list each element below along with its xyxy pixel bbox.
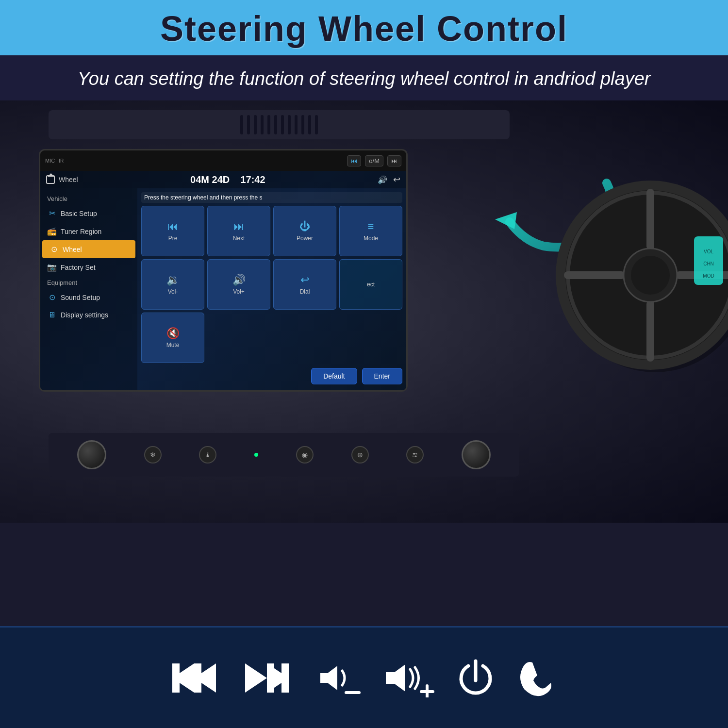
- screen-panel: Press the steering wheel and then press …: [137, 188, 406, 390]
- bottom-skip-back-icon: [167, 659, 221, 697]
- vent-slot: [288, 115, 291, 134]
- subtitle-text: You can setting the function of steering…: [29, 66, 699, 92]
- sidebar-label-wheel: Wheel: [63, 246, 82, 253]
- hvac-btn-5[interactable]: ≋: [406, 446, 424, 463]
- vent-slot: [254, 115, 257, 134]
- tuner-region-icon: 📻: [47, 227, 57, 236]
- volume-icon: 🔊: [378, 175, 387, 184]
- sidebar-item-display-settings[interactable]: 🖥 Display settings: [40, 306, 137, 324]
- sidebar-item-factory-set[interactable]: 📷 Factory Set: [40, 258, 137, 276]
- statusbar-center: 04M 24D 17:42: [190, 174, 265, 185]
- sidebar-item-tuner-region[interactable]: 📻 Tuner Region: [40, 222, 137, 240]
- header-bar: Steering Wheel Control: [0, 0, 728, 55]
- hvac-btn-2[interactable]: 🌡: [199, 446, 216, 463]
- car-screen[interactable]: Wheel 04M 24D 17:42 🔊 ↩ Vehicle: [40, 171, 406, 390]
- hvac-knob-left[interactable]: [77, 440, 106, 469]
- power-label: Power: [297, 235, 313, 242]
- bottom-vol-plus-icon: [381, 659, 434, 697]
- vent-slot: [308, 115, 311, 134]
- select-button[interactable]: ect: [339, 259, 402, 310]
- screen-statusbar: Wheel 04M 24D 17:42 🔊 ↩: [40, 171, 406, 188]
- hvac-btn-1[interactable]: ❄: [144, 446, 162, 463]
- vent-slot: [267, 115, 270, 134]
- vent-slot: [261, 115, 264, 134]
- svg-text:CHN: CHN: [703, 261, 714, 266]
- next-track-button[interactable]: ⏭: [387, 155, 401, 166]
- sidebar-section-vehicle: Vehicle: [40, 192, 137, 204]
- power-icon: ⏻: [299, 220, 310, 233]
- mode-icon: ≡: [368, 220, 374, 233]
- svg-marker-25: [386, 664, 405, 692]
- vol-minus-button[interactable]: 🔉 Vol-: [141, 259, 204, 310]
- pre-label: Pre: [168, 235, 178, 242]
- svg-text:VOL: VOL: [704, 249, 713, 254]
- svg-marker-16: [172, 663, 180, 693]
- bottom-icons-bar: [0, 626, 728, 728]
- screen-body: Vehicle ✂ Basic Setup 📻 Tuner Region ⊙ W…: [40, 188, 406, 390]
- sidebar-label-basic-setup: Basic Setup: [61, 210, 97, 217]
- bottom-power-icon: [454, 656, 497, 700]
- next-button[interactable]: ⏭ Next: [207, 206, 270, 256]
- prev-track-button[interactable]: ⏮: [347, 155, 361, 166]
- svg-marker-18: [194, 663, 201, 693]
- pre-button[interactable]: ⏮ Pre: [141, 206, 204, 256]
- dial-label: Dial: [300, 288, 310, 295]
- vent-slot: [315, 115, 318, 134]
- svg-marker-22: [281, 663, 289, 693]
- vol-plus-button[interactable]: 🔊 Vol+: [207, 259, 270, 310]
- vent-slot: [240, 115, 243, 134]
- ir-label: IR: [59, 158, 64, 164]
- default-button[interactable]: Default: [311, 368, 357, 384]
- car-area: MIC IR ⏮ o/M ⏭ Wheel 04M 24D 17:42: [0, 100, 728, 523]
- head-unit-top-controls: MIC IR ⏮ o/M ⏭: [40, 150, 406, 171]
- bottom-dial-icon: [517, 656, 561, 700]
- enter-button[interactable]: Enter: [362, 368, 402, 384]
- vol-minus-icon: 🔉: [166, 274, 180, 286]
- mute-button[interactable]: 🔇 Mute: [141, 313, 204, 363]
- svg-point-10: [631, 256, 670, 295]
- screen-date: 04M 24D: [190, 174, 230, 185]
- sidebar-label-display-settings: Display settings: [61, 311, 108, 319]
- sidebar-item-sound-setup[interactable]: ⊙ Sound Setup: [40, 288, 137, 306]
- om-button[interactable]: o/M: [365, 155, 383, 166]
- dial-button[interactable]: ↩ Dial: [273, 259, 336, 310]
- pre-icon: ⏮: [167, 220, 178, 233]
- head-unit: MIC IR ⏮ o/M ⏭ Wheel 04M 24D 17:42: [39, 149, 408, 392]
- next-label: Next: [233, 235, 245, 242]
- sidebar-label-tuner-region: Tuner Region: [61, 228, 101, 235]
- mode-label: Mode: [364, 235, 378, 242]
- dial-icon: ↩: [300, 274, 309, 286]
- vent-slot: [247, 115, 250, 134]
- hvac-controls: ❄ 🌡 ◉ ⊕ ≋: [49, 433, 519, 477]
- sidebar-label-sound-setup: Sound Setup: [61, 294, 100, 301]
- back-icon[interactable]: ↩: [393, 174, 400, 185]
- vent-slot: [281, 115, 284, 134]
- instruction-text: Press the steering wheel and then press …: [141, 192, 402, 203]
- steering-area: VOL CHN MOD: [485, 130, 728, 523]
- bottom-buttons: Default Enter: [141, 366, 402, 386]
- subtitle-bar: You can setting the function of steering…: [0, 55, 728, 100]
- hvac-btn-3[interactable]: ◉: [296, 446, 314, 463]
- power-button[interactable]: ⏻ Power: [273, 206, 336, 256]
- sidebar-section-equipment: Equipment: [40, 276, 137, 288]
- wheel-icon: ⊙: [49, 245, 59, 254]
- display-settings-icon: 🖥: [47, 311, 57, 319]
- dash-top-vent: [49, 110, 510, 139]
- home-icon: [46, 175, 55, 184]
- svg-text:MOD: MOD: [703, 273, 714, 279]
- vol-minus-label: Vol-: [168, 288, 178, 295]
- vent-slot: [295, 115, 298, 134]
- controls-grid: ⏮ Pre ⏭ Next ⏻ Power ≡ M: [141, 206, 402, 363]
- next-icon: ⏭: [233, 220, 244, 233]
- vent-slot: [274, 115, 277, 134]
- statusbar-right: 🔊 ↩: [378, 174, 400, 185]
- mode-button[interactable]: ≡ Mode: [339, 206, 402, 256]
- hvac-btn-4[interactable]: ⊕: [351, 446, 369, 463]
- select-label: ect: [367, 281, 375, 288]
- vent-slot: [301, 115, 304, 134]
- sidebar-item-basic-setup[interactable]: ✂ Basic Setup: [40, 204, 137, 222]
- vol-plus-icon: 🔊: [232, 274, 246, 286]
- sidebar-item-wheel[interactable]: ⊙ Wheel: [42, 240, 135, 258]
- mute-icon: 🔇: [166, 327, 180, 340]
- factory-set-icon: 📷: [47, 263, 57, 272]
